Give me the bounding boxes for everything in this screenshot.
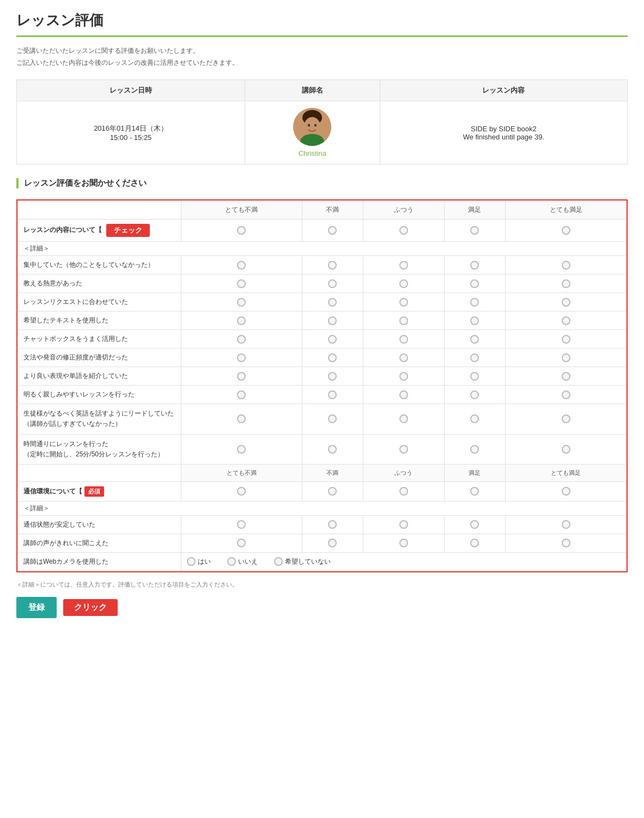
footer-note: ＜詳細＞については、任意入力です。評価していただける項目をご入力ください。 — [16, 581, 628, 589]
lesson-item-3-radio-3[interactable] — [363, 312, 445, 330]
lesson-item-5-radio-4[interactable] — [444, 349, 505, 367]
lesson-item-label-3: 希望したテキストを使用した — [18, 312, 181, 330]
svg-point-2 — [304, 117, 320, 136]
lesson-item-1-radio-4[interactable] — [444, 274, 505, 293]
lesson-item-0-radio-4[interactable] — [444, 256, 505, 274]
intro-line1: ご受講いただいたレッスンに関する評価をお願いいたします。 — [16, 45, 628, 57]
lesson-item-3-radio-4[interactable] — [444, 312, 505, 330]
lesson-item-4-radio-1[interactable] — [181, 330, 302, 349]
lesson-item-3-radio-5[interactable] — [506, 312, 627, 330]
lesson-item-7-radio-2[interactable] — [302, 386, 363, 404]
webcam-not-desired-option[interactable]: 希望していない — [274, 557, 331, 566]
network-item-1-radio-5[interactable] — [506, 534, 627, 552]
lesson-item-0-radio-1[interactable] — [181, 256, 302, 274]
lesson-item-3-radio-2[interactable] — [302, 312, 363, 330]
lesson-item-1-radio-2[interactable] — [302, 274, 363, 293]
lesson-item-9-radio-2[interactable] — [302, 434, 363, 464]
submit-button[interactable]: 登録 — [16, 597, 57, 618]
lesson-item-4-radio-3[interactable] — [363, 330, 445, 349]
webcam-not-desired-radio[interactable] — [274, 557, 283, 566]
webcam-yes-radio[interactable] — [187, 557, 196, 566]
lesson-item-2-radio-5[interactable] — [506, 293, 627, 312]
lesson-item-4-radio-4[interactable] — [444, 330, 505, 349]
lesson-item-1-radio-1[interactable] — [181, 274, 302, 293]
lesson-section-title-row: レッスンの内容について【チェック — [18, 219, 627, 242]
lesson-item-9-radio-5[interactable] — [506, 434, 627, 464]
svg-point-5 — [314, 124, 317, 127]
lesson-item-6-radio-1[interactable] — [181, 367, 302, 386]
rating-header-satisfied: 満足 — [444, 201, 505, 219]
lesson-item-1-radio-3[interactable] — [363, 274, 445, 293]
lesson-item-4-radio-2[interactable] — [302, 330, 363, 349]
sub-header-normal: ふつう — [363, 464, 445, 481]
section-heading: レッスン評価をお聞かせください — [16, 178, 628, 188]
network-item-label-0: 通信状態が安定していた — [18, 515, 181, 534]
network-item-1-radio-1[interactable] — [181, 534, 302, 552]
network-main-radio-4[interactable] — [444, 481, 505, 501]
network-item-0-radio-1[interactable] — [181, 515, 302, 534]
lesson-main-radio-2[interactable] — [302, 219, 363, 242]
lesson-main-radio-4[interactable] — [444, 219, 505, 242]
lesson-item-6-radio-3[interactable] — [363, 367, 445, 386]
lesson-item-8-radio-4[interactable] — [444, 404, 505, 434]
lesson-item-9-radio-3[interactable] — [363, 434, 445, 464]
lesson-item-row-3: 希望したテキストを使用した — [18, 312, 627, 330]
lesson-item-5-radio-3[interactable] — [363, 349, 445, 367]
network-main-radio-5[interactable] — [506, 481, 627, 501]
lesson-item-7-radio-1[interactable] — [181, 386, 302, 404]
lesson-item-1-radio-5[interactable] — [506, 274, 627, 293]
lesson-item-8-radio-5[interactable] — [506, 404, 627, 434]
lesson-item-8-radio-3[interactable] — [363, 404, 445, 434]
network-item-1-radio-3[interactable] — [363, 534, 445, 552]
lesson-item-0-radio-5[interactable] — [506, 256, 627, 274]
network-detail-row: ＜詳細＞ — [18, 501, 627, 515]
network-item-0-radio-4[interactable] — [444, 515, 505, 534]
lesson-item-3-radio-1[interactable] — [181, 312, 302, 330]
lesson-item-2-radio-1[interactable] — [181, 293, 302, 312]
lesson-item-8-radio-2[interactable] — [302, 404, 363, 434]
lesson-item-2-radio-4[interactable] — [444, 293, 505, 312]
network-item-1-radio-4[interactable] — [444, 534, 505, 552]
webcam-no-radio[interactable] — [227, 557, 236, 566]
lesson-main-radio-5[interactable] — [506, 219, 627, 242]
webcam-no-option[interactable]: いいえ — [227, 557, 258, 566]
lesson-item-7-radio-4[interactable] — [444, 386, 505, 404]
lesson-item-9-radio-4[interactable] — [444, 434, 505, 464]
info-date-cell: 2016年01月14日（木） 15:00 - 15:25 — [17, 101, 245, 164]
lesson-main-radio-3[interactable] — [363, 219, 445, 242]
network-main-radio-3[interactable] — [363, 481, 445, 501]
lesson-item-5-radio-2[interactable] — [302, 349, 363, 367]
lesson-item-7-radio-5[interactable] — [506, 386, 627, 404]
lesson-detail-label: ＜詳細＞ — [18, 242, 627, 256]
check-badge: チェック — [106, 224, 150, 237]
lesson-item-2-radio-3[interactable] — [363, 293, 445, 312]
lesson-item-2-radio-2[interactable] — [302, 293, 363, 312]
lesson-item-5-radio-5[interactable] — [506, 349, 627, 367]
svg-point-4 — [308, 124, 310, 127]
webcam-no-label: いいえ — [238, 557, 258, 566]
lesson-item-6-radio-4[interactable] — [444, 367, 505, 386]
lesson-main-radio-1[interactable] — [181, 219, 302, 242]
lesson-item-0-radio-3[interactable] — [363, 256, 445, 274]
lesson-item-6-radio-2[interactable] — [302, 367, 363, 386]
lesson-item-label-1: 教える熱意があった — [18, 274, 181, 293]
network-main-radio-2[interactable] — [302, 481, 363, 501]
intro-line2: ご記入いただいた内容は今後のレッスンの改善に活用させていただきます。 — [16, 57, 628, 69]
network-item-0-radio-2[interactable] — [302, 515, 363, 534]
network-item-1-radio-2[interactable] — [302, 534, 363, 552]
lesson-item-9-radio-1[interactable] — [181, 434, 302, 464]
lesson-item-4-radio-5[interactable] — [506, 330, 627, 349]
lesson-item-6-radio-5[interactable] — [506, 367, 627, 386]
info-header-content: レッスン内容 — [380, 80, 627, 101]
lesson-item-8-radio-1[interactable] — [181, 404, 302, 434]
lesson-item-0-radio-2[interactable] — [302, 256, 363, 274]
webcam-yes-option[interactable]: はい — [187, 557, 211, 566]
network-item-0-radio-5[interactable] — [506, 515, 627, 534]
lesson-item-label-0: 集中していた（他のことをしていなかった） — [18, 256, 181, 274]
teacher-name: Christina — [252, 149, 373, 157]
network-item-0-radio-3[interactable] — [363, 515, 445, 534]
lesson-item-7-radio-3[interactable] — [363, 386, 445, 404]
lesson-date: 2016年01月14日（木） — [23, 124, 238, 133]
lesson-item-5-radio-1[interactable] — [181, 349, 302, 367]
network-main-radio-1[interactable] — [181, 481, 302, 501]
